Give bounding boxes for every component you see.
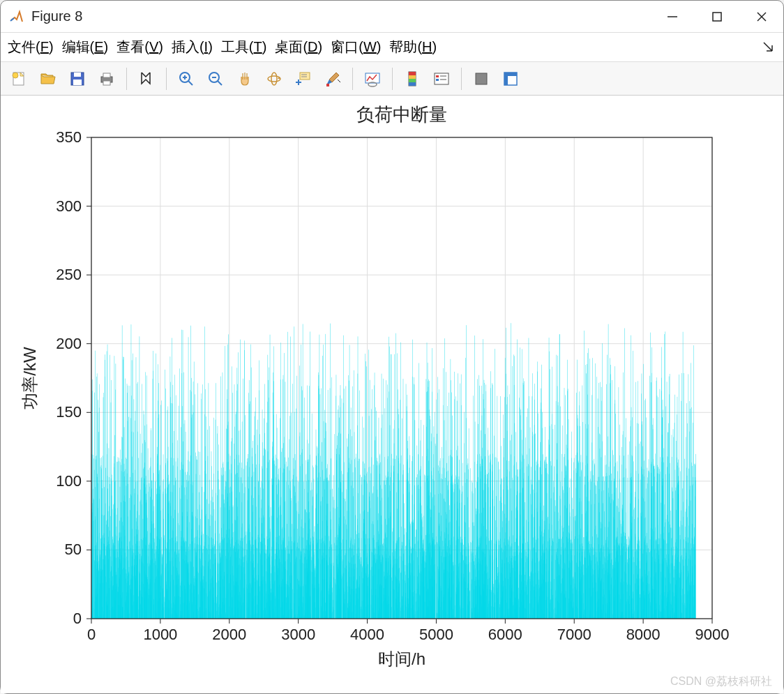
- menubar: 文件(F)编辑(E)查看(V)插入(I)工具(T)桌面(D)窗口(W)帮助(H): [1, 33, 783, 62]
- close-button[interactable]: [754, 9, 769, 24]
- svg-text:300: 300: [56, 197, 82, 215]
- titlebar: Figure 8: [1, 1, 783, 33]
- data-cursor-icon[interactable]: [291, 66, 316, 91]
- svg-rect-42: [504, 76, 508, 85]
- svg-text:5000: 5000: [419, 626, 453, 643]
- minimize-button[interactable]: [665, 9, 680, 24]
- figure-window: Figure 8 文件(F)编辑(E)查看(V)插入(I)工具(T)桌面(D)窗…: [0, 0, 784, 694]
- plot-area: 0100020003000400050006000700080009000050…: [1, 96, 783, 693]
- save-icon[interactable]: [65, 66, 90, 91]
- svg-text:100: 100: [56, 472, 82, 490]
- matlab-icon: [9, 9, 24, 24]
- menu-h[interactable]: 帮助(H): [389, 38, 437, 56]
- hide-tools-icon[interactable]: [469, 66, 494, 91]
- svg-rect-26: [326, 84, 329, 86]
- svg-rect-1: [713, 13, 721, 21]
- print-icon[interactable]: [94, 66, 119, 91]
- svg-line-17: [218, 81, 222, 85]
- zoom-in-icon[interactable]: [174, 66, 199, 91]
- svg-text:3000: 3000: [281, 626, 315, 643]
- svg-rect-21: [300, 73, 310, 80]
- svg-line-13: [188, 81, 193, 85]
- open-icon[interactable]: [36, 66, 61, 91]
- svg-text:功率/kW: 功率/kW: [20, 347, 39, 409]
- menu-e[interactable]: 编辑(E): [62, 38, 109, 56]
- svg-rect-41: [504, 73, 517, 76]
- menu-i[interactable]: 插入(I): [172, 38, 213, 56]
- svg-text:0: 0: [87, 626, 96, 643]
- menu-w[interactable]: 窗口(W): [331, 38, 381, 56]
- menu-d[interactable]: 桌面(D): [275, 38, 322, 56]
- svg-text:8000: 8000: [626, 626, 661, 643]
- svg-text:6000: 6000: [488, 626, 522, 643]
- maximize-button[interactable]: [709, 9, 725, 24]
- rotate-3d-icon[interactable]: [262, 66, 287, 91]
- menu-t[interactable]: 工具(T): [221, 38, 267, 56]
- svg-text:200: 200: [56, 335, 82, 352]
- svg-text:4000: 4000: [350, 626, 384, 643]
- svg-text:负荷中断量: 负荷中断量: [356, 104, 447, 125]
- window-title: Figure 8: [31, 8, 665, 24]
- svg-rect-31: [409, 75, 416, 79]
- edit-plot-icon[interactable]: [134, 66, 159, 91]
- svg-rect-32: [409, 79, 416, 82]
- svg-rect-35: [436, 75, 439, 77]
- menu-f[interactable]: 文件(F): [8, 38, 54, 56]
- svg-rect-7: [74, 73, 81, 77]
- svg-point-5: [13, 73, 18, 78]
- svg-text:时间/h: 时间/h: [378, 649, 425, 668]
- svg-rect-11: [103, 81, 110, 85]
- svg-rect-33: [409, 82, 416, 86]
- svg-rect-30: [409, 72, 416, 75]
- svg-text:350: 350: [56, 128, 82, 146]
- window-controls: [665, 9, 769, 24]
- chart: 0100020003000400050006000700080009000050…: [1, 96, 781, 690]
- svg-text:50: 50: [65, 541, 82, 558]
- svg-rect-39: [476, 73, 487, 84]
- zoom-out-icon[interactable]: [203, 66, 228, 91]
- svg-text:2000: 2000: [212, 626, 246, 643]
- link-plot-icon[interactable]: [360, 66, 385, 91]
- svg-text:7000: 7000: [557, 626, 591, 643]
- svg-text:150: 150: [56, 403, 82, 421]
- brush-icon[interactable]: [320, 66, 345, 91]
- svg-text:250: 250: [56, 266, 82, 283]
- svg-rect-10: [103, 73, 110, 77]
- svg-text:9000: 9000: [695, 626, 730, 643]
- new-figure-icon[interactable]: [6, 66, 31, 91]
- pan-icon[interactable]: [232, 66, 257, 91]
- svg-point-20: [271, 73, 277, 85]
- legend-icon[interactable]: [429, 66, 454, 91]
- dock-arrow-icon[interactable]: [762, 40, 774, 56]
- svg-rect-36: [436, 79, 439, 81]
- svg-text:1000: 1000: [143, 626, 177, 643]
- svg-rect-8: [73, 80, 82, 85]
- menu-v[interactable]: 查看(V): [116, 38, 163, 56]
- toolbar: [1, 62, 783, 96]
- svg-text:0: 0: [73, 610, 82, 627]
- show-tools-icon[interactable]: [498, 66, 523, 91]
- svg-rect-27: [365, 73, 379, 83]
- colorbar-icon[interactable]: [400, 66, 425, 91]
